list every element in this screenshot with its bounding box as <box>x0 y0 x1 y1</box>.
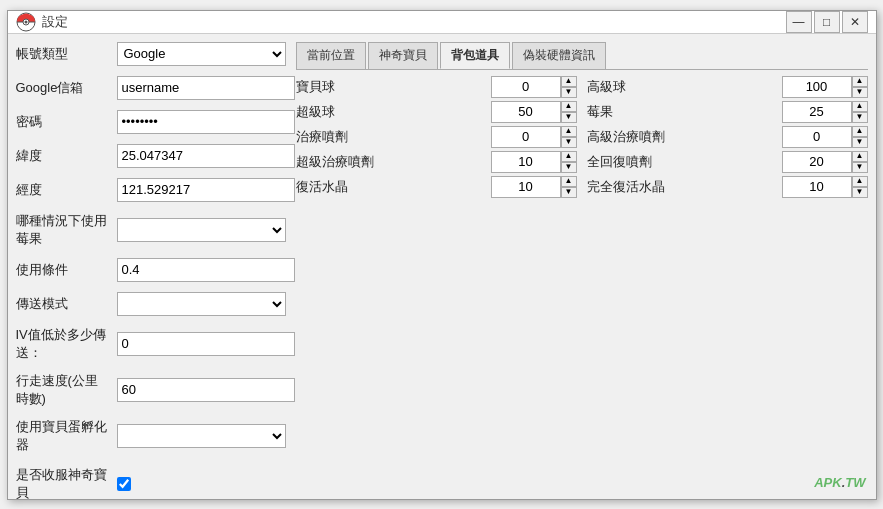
spinner-up-button[interactable]: ▲ <box>561 76 577 87</box>
item-row: 復活水晶 ▲ ▼ <box>296 176 577 198</box>
item-spinner: ▲ ▼ <box>852 101 868 123</box>
item-label: 治療噴劑 <box>296 128 487 146</box>
item-control: ▲ ▼ <box>782 176 868 198</box>
latitude-input[interactable] <box>117 144 295 168</box>
tab-hardware-info[interactable]: 偽裝硬體資訊 <box>512 42 606 69</box>
incubator-row: 使用寶貝蛋孵化器 <box>16 418 286 454</box>
password-input[interactable] <box>117 110 295 134</box>
google-email-label: Google信箱 <box>16 79 111 97</box>
spinner-up-button[interactable]: ▲ <box>852 176 868 187</box>
catch-checkbox[interactable] <box>117 477 131 491</box>
longitude-label: 經度 <box>16 181 111 199</box>
catch-row: 是否收服神奇寶貝 <box>16 466 286 502</box>
iv-threshold-label: IV值低於多少傳送： <box>16 326 111 362</box>
item-control: ▲ ▼ <box>491 176 577 198</box>
incubator-select[interactable] <box>117 424 286 448</box>
spinner-down-button[interactable]: ▼ <box>561 137 577 148</box>
spinner-down-button[interactable]: ▼ <box>561 162 577 173</box>
left-panel: 帳號類型 Google Google信箱 密碼 緯度 經度 <box>16 42 286 510</box>
item-input[interactable] <box>491 176 561 198</box>
item-control: ▲ ▼ <box>491 126 577 148</box>
item-label: 全回復噴劑 <box>587 153 778 171</box>
spinner-down-button[interactable]: ▼ <box>852 137 868 148</box>
item-control: ▲ ▼ <box>491 101 577 123</box>
walk-speed-input[interactable] <box>117 378 295 402</box>
iv-threshold-input[interactable] <box>117 332 295 356</box>
close-button[interactable]: ✕ <box>842 11 868 33</box>
tab-pokemon[interactable]: 神奇寶貝 <box>368 42 438 69</box>
item-input[interactable] <box>491 101 561 123</box>
item-spinner: ▲ ▼ <box>561 76 577 98</box>
item-spinner: ▲ ▼ <box>561 176 577 198</box>
items-grid: 寶貝球 ▲ ▼ 高級球 ▲ ▼ 超級球 ▲ ▼ 莓果 <box>296 76 868 198</box>
longitude-row: 經度 <box>16 178 286 202</box>
item-label: 高級球 <box>587 78 778 96</box>
tab-current-location[interactable]: 當前位置 <box>296 42 366 69</box>
item-row: 高級球 ▲ ▼ <box>587 76 868 98</box>
settings-window: 設定 — □ ✕ 帳號類型 Google Google信箱 密碼 <box>7 10 877 500</box>
item-label: 莓果 <box>587 103 778 121</box>
item-row: 高級治療噴劑 ▲ ▼ <box>587 126 868 148</box>
transfer-mode-select[interactable] <box>117 292 286 316</box>
spinner-up-button[interactable]: ▲ <box>852 76 868 87</box>
tab-bag-items[interactable]: 背包道具 <box>440 42 510 69</box>
item-input[interactable] <box>491 76 561 98</box>
item-spinner: ▲ ▼ <box>852 126 868 148</box>
item-input[interactable] <box>491 151 561 173</box>
item-input[interactable] <box>782 151 852 173</box>
latitude-row: 緯度 <box>16 144 286 168</box>
item-spinner: ▲ ▼ <box>852 76 868 98</box>
spinner-down-button[interactable]: ▼ <box>561 112 577 123</box>
item-row: 超級球 ▲ ▼ <box>296 101 577 123</box>
use-condition-label: 使用條件 <box>16 261 111 279</box>
spinner-up-button[interactable]: ▲ <box>561 101 577 112</box>
longitude-input[interactable] <box>117 178 295 202</box>
item-input[interactable] <box>491 126 561 148</box>
incubator-label: 使用寶貝蛋孵化器 <box>16 418 111 454</box>
use-condition-row: 使用條件 <box>16 258 286 282</box>
item-spinner: ▲ ▼ <box>561 151 577 173</box>
use-condition-input[interactable] <box>117 258 295 282</box>
maximize-button[interactable]: □ <box>814 11 840 33</box>
item-spinner: ▲ ▼ <box>561 126 577 148</box>
item-spinner: ▲ ▼ <box>852 151 868 173</box>
titlebar: 設定 — □ ✕ <box>8 11 876 34</box>
spinner-up-button[interactable]: ▲ <box>561 151 577 162</box>
window-title: 設定 <box>42 13 786 31</box>
item-input[interactable] <box>782 101 852 123</box>
tab-bar: 當前位置 神奇寶貝 背包道具 偽裝硬體資訊 <box>296 42 868 70</box>
spinner-up-button[interactable]: ▲ <box>852 151 868 162</box>
transfer-mode-label: 傳送模式 <box>16 295 111 313</box>
spinner-down-button[interactable]: ▼ <box>852 187 868 198</box>
spinner-up-button[interactable]: ▲ <box>561 176 577 187</box>
item-input[interactable] <box>782 76 852 98</box>
item-row: 完全復活水晶 ▲ ▼ <box>587 176 868 198</box>
catch-label: 是否收服神奇寶貝 <box>16 466 111 502</box>
main-content: 帳號類型 Google Google信箱 密碼 緯度 經度 <box>8 34 876 510</box>
item-input[interactable] <box>782 126 852 148</box>
account-type-select[interactable]: Google <box>117 42 286 66</box>
item-row: 超級治療噴劑 ▲ ▼ <box>296 151 577 173</box>
item-control: ▲ ▼ <box>782 151 868 173</box>
spinner-up-button[interactable]: ▲ <box>852 126 868 137</box>
iv-threshold-row: IV值低於多少傳送： <box>16 326 286 362</box>
google-email-input[interactable] <box>117 76 295 100</box>
spinner-down-button[interactable]: ▼ <box>852 112 868 123</box>
item-spinner: ▲ ▼ <box>852 176 868 198</box>
item-control: ▲ ▼ <box>782 101 868 123</box>
berry-condition-label: 哪種情況下使用莓果 <box>16 212 111 248</box>
item-label: 超級球 <box>296 103 487 121</box>
spinner-down-button[interactable]: ▼ <box>561 87 577 98</box>
spinner-up-button[interactable]: ▲ <box>852 101 868 112</box>
item-input[interactable] <box>782 176 852 198</box>
berry-condition-select[interactable] <box>117 218 286 242</box>
minimize-button[interactable]: — <box>786 11 812 33</box>
spinner-down-button[interactable]: ▼ <box>852 87 868 98</box>
spinner-down-button[interactable]: ▼ <box>561 187 577 198</box>
latitude-label: 緯度 <box>16 147 111 165</box>
spinner-up-button[interactable]: ▲ <box>561 126 577 137</box>
item-row: 治療噴劑 ▲ ▼ <box>296 126 577 148</box>
berry-condition-row: 哪種情況下使用莓果 <box>16 212 286 248</box>
spinner-down-button[interactable]: ▼ <box>852 162 868 173</box>
walk-speed-row: 行走速度(公里時數) <box>16 372 286 408</box>
